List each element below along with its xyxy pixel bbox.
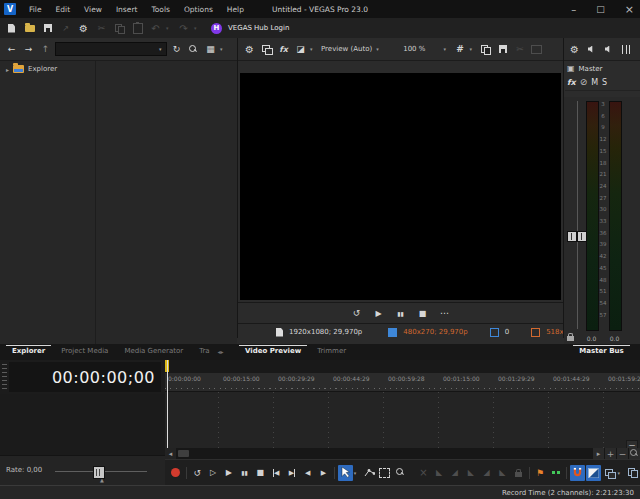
solo-button[interactable]: S [602,78,607,87]
forward-button[interactable] [21,42,36,57]
external-monitor-button[interactable] [259,42,274,57]
hub-login-button[interactable]: VEGAS Hub Login [225,24,289,32]
insert-marker-button[interactable] [533,465,548,481]
trim-tool-button-1[interactable] [432,465,447,481]
video-preview-screen[interactable] [240,73,561,300]
search-button[interactable] [186,42,201,57]
trim-tool-button-4[interactable] [479,465,494,481]
zoom-out-button[interactable] [617,448,628,459]
tab-video-preview[interactable]: Video Preview [237,344,309,355]
tab-explorer[interactable]: Explorer [4,344,53,355]
record-button[interactable] [168,465,183,481]
up-button[interactable] [38,42,53,57]
back-button[interactable] [4,42,19,57]
views-button[interactable] [203,42,218,57]
split-screen-button[interactable] [293,42,308,57]
loop-playback-button[interactable] [349,306,364,321]
video-output-fx-button[interactable] [276,42,291,57]
selection-tool-button[interactable] [377,465,392,481]
drag-grip-icon[interactable] [2,364,7,392]
close-button[interactable] [625,3,634,16]
save-project-button[interactable] [40,21,55,36]
previous-frame-button[interactable] [300,465,315,481]
menu-edit[interactable]: Edit [49,5,78,14]
redo-dropdown[interactable] [194,25,201,31]
timecode-display[interactable]: 00:00:00;00 [9,362,161,392]
mixer-button[interactable] [618,42,633,57]
grid-dropdown[interactable] [469,46,476,52]
maximize-button[interactable] [596,4,605,14]
menu-view[interactable]: View [77,5,109,14]
master-properties-button[interactable] [567,42,582,57]
grid-overlay-button[interactable] [452,42,467,57]
tab-master-bus[interactable]: Master Bus [571,344,631,355]
undo-button[interactable] [148,21,163,36]
event-grouping-button[interactable] [625,465,640,481]
menu-tools[interactable]: Tools [144,5,176,14]
play-button[interactable] [221,465,236,481]
tab-tra[interactable]: Tra [191,344,217,355]
track-area[interactable] [165,392,640,448]
scroll-left-button[interactable] [165,448,176,459]
auto-ripple-button[interactable] [586,465,601,481]
automation-button[interactable] [580,77,588,87]
views-dropdown[interactable] [220,46,227,52]
delete-button[interactable] [416,465,431,481]
insert-region-button[interactable] [548,465,563,481]
zoom-tool-button[interactable] [393,465,408,481]
scrollbar-thumb[interactable] [178,450,189,457]
preview-stop-button[interactable] [415,306,430,321]
expand-arrow-icon[interactable] [6,66,9,73]
refresh-button[interactable] [169,42,184,57]
menu-help[interactable]: Help [220,5,251,14]
scroll-right-button[interactable] [593,448,604,459]
split-screen-dropdown[interactable] [310,46,317,52]
redo-button[interactable] [176,21,191,36]
project-properties-button[interactable] [76,21,91,36]
open-project-button[interactable] [22,21,37,36]
copy-snapshot-button[interactable] [478,42,493,57]
lock-button[interactable] [511,465,526,481]
trim-tool-button-3[interactable] [463,465,478,481]
preview-quality-dropdown[interactable]: Preview (Auto) [319,45,374,53]
mute-button[interactable]: M [591,78,598,87]
undo-dropdown[interactable] [166,25,173,31]
master-fx-button[interactable] [567,78,576,87]
menu-insert[interactable]: Insert [109,5,145,14]
explorer-splitter[interactable] [95,61,96,345]
downmix-button[interactable] [584,42,599,57]
preview-more-button[interactable] [437,306,452,321]
ripple-mode-dropdown[interactable] [617,470,624,476]
address-dropdown[interactable] [55,42,167,56]
publish-button[interactable] [58,21,73,36]
disabled-tool-button-1[interactable] [512,42,527,57]
next-frame-button[interactable] [316,465,331,481]
preview-pause-button[interactable] [393,306,408,321]
copy-button[interactable] [112,21,127,36]
marker-bar[interactable] [165,360,640,374]
loop-playback-button[interactable] [190,465,205,481]
trim-tool-button-2[interactable] [448,465,463,481]
preview-zoom-dropdown[interactable]: 100 % [403,45,425,53]
zoom-tool-small-button[interactable] [629,448,640,459]
tab-project-media[interactable]: Project Media [53,344,116,355]
tab-trimmer[interactable]: Trimmer [309,344,354,355]
go-to-end-button[interactable] [285,465,300,481]
new-project-button[interactable] [4,21,19,36]
preview-properties-button[interactable] [242,42,257,57]
paste-button[interactable] [130,21,145,36]
playhead-line[interactable] [167,360,168,448]
edit-tool-button[interactable] [338,465,353,481]
preview-play-button[interactable] [371,306,386,321]
zoom-in-button[interactable] [605,448,616,459]
envelope-tool-button[interactable] [362,465,377,481]
zoom-caret-icon[interactable] [443,46,450,52]
ripple-mode-button[interactable] [602,465,617,481]
pause-button[interactable] [237,465,252,481]
tool-dropdown[interactable] [354,470,361,476]
explorer-tree-item[interactable]: Explorer [6,65,57,73]
snap-button[interactable] [570,465,585,481]
stop-button[interactable] [253,465,268,481]
play-from-start-button[interactable] [206,465,221,481]
volume-fader-left-handle[interactable] [567,231,577,242]
